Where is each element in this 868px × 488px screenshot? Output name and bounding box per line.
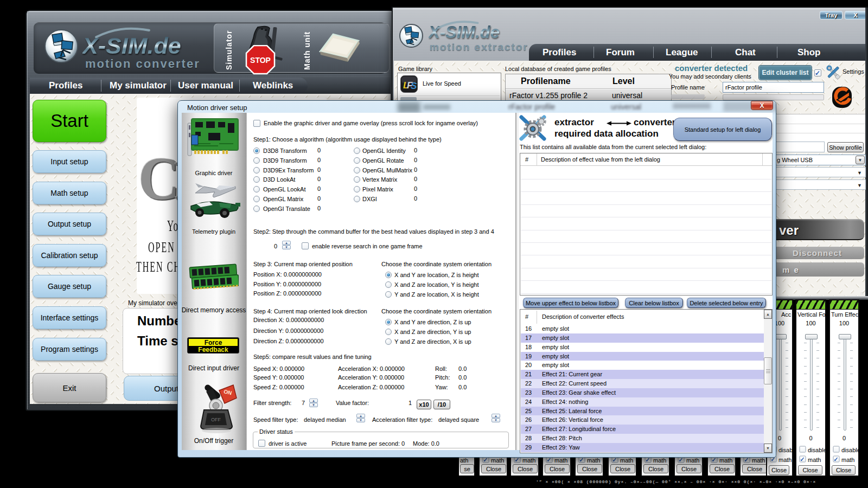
svg-text:OFF: OFF [211, 417, 221, 422]
svg-text:S: S [411, 81, 417, 91]
svg-text:STOP: STOP [250, 56, 271, 65]
